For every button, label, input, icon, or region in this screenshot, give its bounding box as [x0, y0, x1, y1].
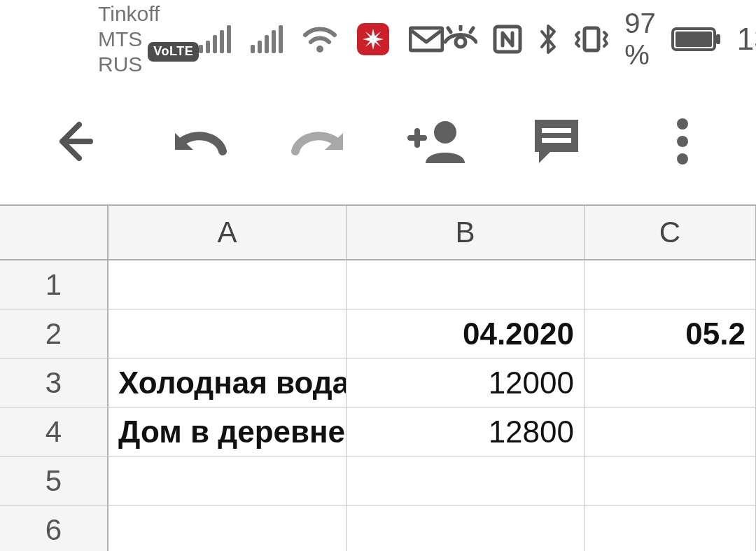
svg-rect-22 — [542, 128, 571, 133]
cell[interactable] — [346, 260, 584, 309]
cell[interactable] — [584, 260, 756, 309]
corner-cell[interactable] — [0, 206, 108, 259]
svg-rect-7 — [265, 35, 269, 53]
back-button[interactable] — [42, 110, 105, 173]
row-number[interactable]: 6 — [0, 505, 108, 551]
carrier-block: Tinkoff MTS RUS VoLTE — [98, 1, 199, 77]
status-center-icons — [199, 23, 444, 55]
table-row: 5 — [0, 456, 756, 505]
carrier2: MTS RUS — [98, 27, 142, 77]
svg-rect-20 — [716, 34, 720, 44]
table-row: 3 Холодная вода 12000 — [0, 358, 756, 407]
svg-rect-5 — [251, 45, 255, 53]
cell[interactable] — [346, 456, 584, 505]
svg-rect-4 — [227, 25, 231, 53]
svg-rect-2 — [213, 35, 217, 53]
comment-button[interactable] — [525, 110, 588, 173]
svg-line-13 — [448, 28, 451, 32]
eye-icon — [444, 25, 477, 53]
battery-percent: 97 % — [624, 8, 656, 71]
toolbar — [0, 78, 756, 204]
svg-rect-9 — [279, 25, 283, 53]
vibrate-icon — [574, 24, 609, 55]
col-header-a[interactable]: A — [108, 206, 346, 259]
wifi-icon — [302, 24, 337, 55]
row-number[interactable]: 2 — [0, 309, 108, 358]
spreadsheet-grid: 1 2 04.2020 05.2 3 Холодная вода 12000 4… — [0, 260, 756, 551]
svg-rect-1 — [206, 41, 210, 53]
row-number[interactable]: 3 — [0, 358, 108, 407]
cell[interactable] — [108, 260, 346, 309]
add-collaborator-button[interactable] — [406, 110, 469, 173]
cell[interactable] — [346, 505, 584, 551]
nfc-icon — [493, 25, 522, 54]
table-row: 6 — [0, 505, 756, 551]
column-headers: A B C — [0, 204, 756, 260]
more-menu-button[interactable] — [651, 110, 714, 173]
battery-icon — [671, 26, 722, 53]
cell[interactable] — [584, 456, 756, 505]
redo-button[interactable] — [287, 110, 350, 173]
bluetooth-icon — [538, 23, 559, 55]
cell[interactable] — [108, 456, 346, 505]
cell[interactable] — [584, 358, 756, 407]
svg-point-24 — [677, 118, 688, 130]
svg-rect-3 — [220, 30, 224, 53]
table-row: 4 Дом в деревне 12800 — [0, 407, 756, 456]
col-header-b[interactable]: B — [346, 206, 584, 259]
svg-point-25 — [677, 136, 688, 147]
status-bar: Tinkoff MTS RUS VoLTE — [0, 0, 756, 78]
svg-point-10 — [316, 46, 323, 53]
status-right: 97 % 13:25 — [444, 8, 756, 71]
svg-point-26 — [677, 153, 688, 165]
cell[interactable]: 12000 — [346, 358, 584, 407]
cell[interactable] — [108, 309, 346, 358]
cell[interactable]: 05.2 — [584, 309, 756, 358]
carrier1: Tinkoff — [98, 1, 199, 27]
mail-icon — [409, 25, 444, 53]
svg-rect-8 — [272, 30, 276, 53]
row-number[interactable]: 1 — [0, 260, 108, 309]
table-row: 2 04.2020 05.2 — [0, 309, 756, 358]
cell[interactable]: Холодная вода — [108, 358, 346, 407]
svg-rect-6 — [258, 41, 262, 53]
svg-point-21 — [434, 121, 456, 144]
svg-point-12 — [456, 37, 465, 47]
svg-rect-19 — [676, 32, 712, 47]
cell[interactable] — [584, 505, 756, 551]
clock-time: 13:25 — [737, 22, 756, 57]
cell[interactable]: 12800 — [346, 407, 584, 456]
svg-line-15 — [470, 28, 473, 32]
svg-rect-23 — [542, 138, 571, 143]
huawei-app-icon — [357, 23, 389, 55]
svg-rect-17 — [584, 28, 598, 50]
volte-badge: VoLTE — [148, 42, 199, 62]
cell[interactable] — [108, 505, 346, 551]
undo-button[interactable] — [168, 110, 231, 173]
cell[interactable]: 04.2020 — [346, 309, 584, 358]
signal2-icon — [251, 25, 283, 53]
col-header-c[interactable]: C — [584, 206, 756, 259]
row-number[interactable]: 5 — [0, 456, 108, 505]
signal1-icon — [199, 25, 231, 53]
table-row: 1 — [0, 260, 756, 309]
row-number[interactable]: 4 — [0, 407, 108, 456]
cell[interactable] — [584, 407, 756, 456]
cell[interactable]: Дом в деревне — [108, 407, 346, 456]
svg-rect-0 — [199, 45, 203, 53]
